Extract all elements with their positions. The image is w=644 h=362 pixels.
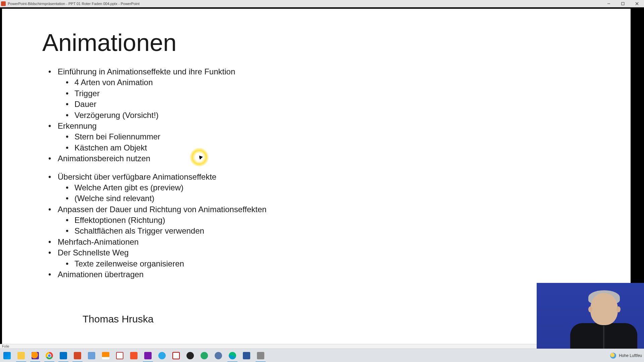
snipping-tool-icon <box>116 352 123 359</box>
taskbar-snipping-tool[interactable] <box>113 349 127 362</box>
window-titlebar: PowerPoint-Bildschirmpräsentation - PPT … <box>0 0 644 7</box>
sub-bullet-item: 4 Arten von Animation <box>58 77 597 88</box>
webcam-overlay <box>537 283 644 353</box>
taskbar-start-button[interactable] <box>0 349 14 362</box>
app-1-icon <box>215 352 222 359</box>
word-icon <box>243 352 250 359</box>
powerpoint-icon <box>74 352 81 359</box>
taskbar-file-explorer[interactable] <box>14 349 28 362</box>
bullet-text: Übersicht über verfügbare Animationseffe… <box>58 172 216 181</box>
window-title: PowerPoint-Bildschirmpräsentation - PPT … <box>8 2 140 6</box>
bullet-text: Animationen übertragen <box>58 270 144 279</box>
bullet-item: Animationen übertragen <box>42 269 597 280</box>
bullet-text: Animationsbereich nutzen <box>58 154 150 163</box>
taskbar-onenote[interactable] <box>141 349 155 362</box>
bullet-item: Anpassen der Dauer und Richtung von Anim… <box>42 204 597 237</box>
taskbar-zotero[interactable] <box>169 349 183 362</box>
bullet-item: Mehrfach-Animationen <box>42 237 597 247</box>
bullet-text: Der Schnellste Weg <box>58 248 129 257</box>
sub-bullet-item: Trigger <box>58 88 597 99</box>
maximize-button[interactable] <box>616 0 630 7</box>
edge-icon <box>229 352 236 359</box>
taskbar-powerpoint[interactable] <box>70 349 85 362</box>
sub-bullet-item: Stern bei Foliennummer <box>58 131 597 142</box>
taskbar-word[interactable] <box>239 349 254 362</box>
bullet-item: Animationsbereich nutzen <box>42 153 597 164</box>
firefox-icon <box>32 352 39 359</box>
taskbar-app-1[interactable] <box>211 349 225 362</box>
sub-bullet-item: Verzögerung (Vorsicht!) <box>58 110 597 121</box>
weather-text: Hohe Luftfeu <box>619 353 642 358</box>
slide-author: Thomas Hruska <box>83 313 597 325</box>
sub-bullet-list: Welche Arten gibt es (preview)(Welche si… <box>58 182 597 204</box>
svg-rect-1 <box>622 2 624 5</box>
sub-bullet-item: (Welche sind relevant) <box>58 193 597 204</box>
bullet-item: Übersicht über verfügbare Animationseffe… <box>42 172 597 204</box>
bullet-text: Anpassen der Dauer und Richtung von Anim… <box>58 205 267 214</box>
telegram-icon <box>158 352 166 359</box>
obs-icon <box>186 352 194 359</box>
minimize-button[interactable] <box>602 0 616 7</box>
bullet-text: Mehrfach-Animationen <box>58 237 139 246</box>
powerpoint-icon <box>1 1 6 6</box>
slide[interactable]: Animationen Einführung in Animationseffe… <box>2 9 631 344</box>
taskbar-telegram[interactable] <box>155 349 169 362</box>
sub-bullet-list: Stern bei FoliennummerKästchen am Objekt <box>58 131 597 153</box>
taskbar-app-2[interactable] <box>254 349 268 362</box>
weather-icon <box>610 353 616 359</box>
brave-icon <box>130 352 138 359</box>
taskbar-recorder[interactable] <box>197 349 211 362</box>
bullet-item: Einführung in Animationseffekte und ihre… <box>42 66 597 121</box>
bullet-text: Einführung in Animationseffekte und ihre… <box>58 67 235 76</box>
sub-bullet-list: Texte zeilenweise organisieren <box>58 258 597 269</box>
onenote-icon <box>144 352 152 359</box>
bullet-text: Erkennung <box>58 121 97 130</box>
bullet-list-1: Einführung in Animationseffekte und ihre… <box>42 66 597 164</box>
taskbar[interactable]: Hohe Luftfeu <box>0 349 644 362</box>
file-explorer-icon <box>17 352 25 359</box>
sub-bullet-item: Welche Arten gibt es (preview) <box>58 182 597 193</box>
sub-bullet-item: Schaltflächen als Trigger verwenden <box>58 226 597 236</box>
sub-bullet-item: Texte zeilenweise organisieren <box>58 258 597 269</box>
taskbar-edge[interactable] <box>225 349 239 362</box>
sub-bullet-item: Effektoptionen (Richtung) <box>58 215 597 226</box>
taskbar-obs[interactable] <box>183 349 197 362</box>
foxit-icon <box>88 352 95 359</box>
taskbar-foxit[interactable] <box>85 349 99 362</box>
taskbar-outlook[interactable] <box>56 349 70 362</box>
vlc-icon <box>102 352 109 359</box>
close-button[interactable] <box>630 0 644 7</box>
start-button-icon <box>3 352 11 359</box>
sub-bullet-item: Kästchen am Objekt <box>58 142 597 153</box>
outlook-icon <box>60 352 67 359</box>
recorder-icon <box>201 352 208 359</box>
presenter-figure <box>567 283 634 353</box>
sub-bullet-item: Dauer <box>58 99 597 110</box>
system-tray[interactable]: Hohe Luftfeu <box>610 353 644 359</box>
taskbar-firefox[interactable] <box>28 349 42 362</box>
bullet-item: Der Schnellste WegTexte zeilenweise orga… <box>42 247 597 269</box>
taskbar-chrome[interactable] <box>42 349 56 362</box>
taskbar-brave[interactable] <box>127 349 141 362</box>
taskbar-vlc[interactable] <box>99 349 113 362</box>
slide-title: Animationen <box>42 29 597 56</box>
sub-bullet-list: 4 Arten von AnimationTriggerDauerVerzöge… <box>58 77 597 121</box>
sub-bullet-list: Effektoptionen (Richtung)Schaltflächen a… <box>58 215 597 237</box>
app-2-icon <box>257 352 264 359</box>
chrome-icon <box>46 352 53 359</box>
bullet-list-2: Übersicht über verfügbare Animationseffe… <box>42 172 597 280</box>
zotero-icon <box>172 352 180 359</box>
bullet-item: ErkennungStern bei FoliennummerKästchen … <box>42 121 597 153</box>
status-left: Folie <box>2 345 9 348</box>
